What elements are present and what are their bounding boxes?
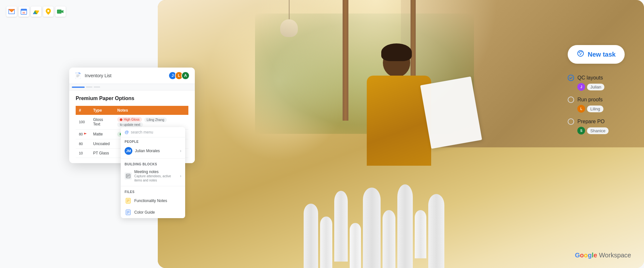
task-name-prepare-po: Prepare PO bbox=[577, 119, 604, 125]
people-section-title: PEOPLE bbox=[121, 137, 185, 145]
menu-divider-2 bbox=[121, 186, 185, 186]
menu-divider-1 bbox=[121, 158, 185, 159]
task-name-run-proofs: Run proofs bbox=[577, 97, 602, 103]
task-name-qc: QC layouts bbox=[577, 75, 603, 81]
svg-rect-3 bbox=[21, 10, 27, 11]
docs-collaborators: J L A bbox=[170, 71, 190, 80]
docs-title: Inventory List bbox=[85, 73, 111, 78]
color-guide-icon bbox=[125, 209, 132, 216]
task-item-prepare-po: Prepare PO S Shanice bbox=[568, 118, 625, 134]
julian-avatar: JM bbox=[125, 147, 132, 155]
svg-rect-10 bbox=[57, 10, 62, 14]
task-item-run-proofs: Run proofs L Liling bbox=[568, 97, 625, 113]
calendar-icon[interactable]: 31 bbox=[19, 6, 29, 17]
cell-type-4: PT Glass bbox=[90, 149, 114, 158]
cell-num-3: 80 bbox=[76, 139, 90, 149]
workspace-word: Workspace bbox=[599, 252, 631, 259]
google-g-logo: Google bbox=[575, 252, 597, 259]
functionality-notes-icon bbox=[125, 197, 132, 204]
svg-point-9 bbox=[47, 10, 49, 12]
menu-item-meeting-notes[interactable]: Meeting notes Capture attendees, active … bbox=[121, 167, 185, 185]
color-guide-label: Color Guide bbox=[134, 210, 181, 215]
julian-task-avatar: J bbox=[577, 83, 585, 91]
cell-type-3: Uncoated bbox=[90, 139, 114, 149]
menu-item-functionality-notes[interactable]: Functionality Notes bbox=[121, 195, 185, 207]
meet-icon[interactable] bbox=[55, 6, 66, 17]
table-header-row: # Type Notes bbox=[76, 106, 188, 115]
task-list: QC layouts J Julian Run proofs L Liling … bbox=[568, 75, 625, 134]
cell-num-4: 10 bbox=[76, 149, 90, 158]
workspace-logo: Google Workspace bbox=[575, 252, 631, 259]
toolbar-ruler bbox=[86, 87, 92, 88]
keep-icon[interactable] bbox=[43, 6, 53, 17]
tag-high-gloss: High Gloss bbox=[117, 117, 142, 122]
meeting-notes-label: Meeting notes bbox=[134, 170, 177, 174]
menu-item-julian[interactable]: JM Julian Morales › bbox=[121, 145, 185, 157]
liling-task-name: Liling bbox=[587, 106, 603, 112]
toolbar-ruler-2 bbox=[94, 87, 100, 88]
task-checkbox-2[interactable] bbox=[568, 97, 574, 103]
task-assignee-julian: J Julian bbox=[577, 83, 625, 91]
meeting-notes-icon bbox=[125, 172, 132, 180]
collaborator-3: A bbox=[181, 71, 190, 80]
functionality-notes-label: Functionality Notes bbox=[134, 199, 181, 203]
gmail-icon[interactable] bbox=[6, 6, 17, 17]
julian-task-name: Julian bbox=[587, 84, 604, 90]
docs-toolbar bbox=[69, 84, 195, 90]
search-menu: @ search menu PEOPLE JM Julian Morales ›… bbox=[121, 127, 185, 218]
building-blocks-title: BUILDING BLOCKS bbox=[121, 160, 185, 167]
col-type: Type bbox=[90, 106, 114, 115]
cell-num-2: 80 bbox=[76, 129, 90, 139]
liling-task-avatar: L bbox=[577, 105, 585, 113]
chevron-right-icon-2: › bbox=[180, 174, 181, 178]
drive-icon[interactable] bbox=[31, 6, 41, 17]
top-app-bar: 31 bbox=[6, 6, 66, 17]
cell-num-1: 100 bbox=[76, 115, 90, 129]
docs-header: Inventory List J L A bbox=[69, 68, 195, 84]
new-task-icon bbox=[577, 50, 584, 59]
docs-app-icon bbox=[74, 72, 81, 79]
task-checkbox-1[interactable] bbox=[568, 75, 574, 81]
task-assignee-shanice: S Shanice bbox=[577, 127, 625, 134]
task-item-qc-layouts: QC layouts J Julian bbox=[568, 75, 625, 91]
menu-item-color-guide[interactable]: Color Guide bbox=[121, 207, 185, 218]
at-symbol: @ bbox=[125, 130, 129, 134]
files-section-title: FILES bbox=[121, 188, 185, 195]
doc-heading: Premium Paper Options bbox=[76, 96, 188, 101]
chevron-right-icon: › bbox=[180, 149, 181, 153]
tag-liling-zhang: Liling Zhang bbox=[144, 117, 167, 122]
tag-update-next: to update next bbox=[117, 122, 143, 127]
svg-text:31: 31 bbox=[23, 11, 25, 14]
task-checkbox-3[interactable] bbox=[568, 118, 574, 125]
shanice-task-name: Shanice bbox=[587, 127, 609, 134]
shanice-task-avatar: S bbox=[577, 127, 585, 134]
toolbar-indicator bbox=[72, 87, 85, 88]
meeting-notes-sublabel: Capture attendees, active items and note… bbox=[134, 174, 177, 182]
cell-type-1: Gloss Text bbox=[90, 115, 114, 129]
search-input-row[interactable]: @ search menu bbox=[121, 127, 185, 137]
col-num: # bbox=[76, 106, 90, 115]
task-panel: New task QC layouts J Julian Run proof bbox=[568, 45, 625, 134]
new-task-button[interactable]: New task bbox=[568, 45, 625, 64]
julian-name: Julian Morales bbox=[135, 149, 177, 153]
cell-type-2: Matte bbox=[90, 129, 114, 139]
search-placeholder: search menu bbox=[131, 130, 153, 134]
task-assignee-liling: L Liling bbox=[577, 105, 625, 113]
col-notes: Notes bbox=[114, 106, 188, 115]
new-task-label: New task bbox=[588, 51, 616, 58]
